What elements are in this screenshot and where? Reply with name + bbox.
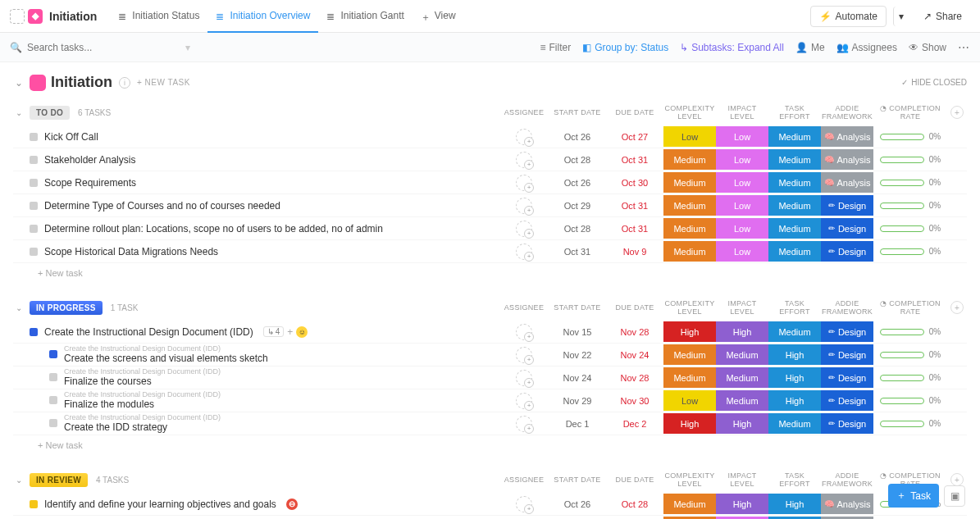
space-icon[interactable]: ◆ [28,9,43,24]
tab-initiation-status[interactable]: ≣Initiation Status [110,0,207,33]
parent-crumb[interactable]: Create the Instructional Design Document… [64,414,221,422]
col-header-start[interactable]: START DATE [549,303,606,312]
start-date[interactable]: Oct 26 [549,132,606,142]
add-subtask-icon[interactable]: + [287,326,293,338]
status-square[interactable] [49,350,57,358]
collapse-chevron-icon[interactable]: ⌄ [13,302,25,313]
addie-tag[interactable]: 🧠Analysis [821,149,873,170]
complexity-tag[interactable]: Medium [663,172,716,193]
assignee-cell[interactable] [499,221,549,237]
status-pill[interactable]: IN REVIEW [30,473,88,487]
due-date[interactable]: Oct 31 [606,201,663,211]
due-date[interactable]: Nov 28 [606,373,663,383]
assignee-cell[interactable] [499,152,549,168]
due-date[interactable]: Oct 27 [606,132,663,142]
start-date[interactable]: Dec 1 [549,419,606,429]
blocked-icon[interactable]: ⊖ [286,499,298,510]
addie-tag[interactable]: ✏Design [821,344,873,365]
col-header-complexity[interactable]: COMPLEXITY LEVEL [663,471,716,488]
effort-tag[interactable]: High [768,367,821,388]
complexity-tag[interactable]: Medium [663,149,716,170]
addie-tag[interactable]: ✏Design [821,218,873,239]
status-square[interactable] [30,202,38,210]
start-date[interactable]: Nov 22 [549,350,606,360]
col-header-addie[interactable]: ADDIE FRAMEWORK [821,299,873,316]
assignee-cell[interactable] [499,347,549,363]
addie-tag[interactable]: ✏Design [821,195,873,216]
col-header-due[interactable]: DUE DATE [606,476,663,484]
col-header-effort[interactable]: TASK EFFORT [768,471,821,488]
tab-initiation-gantt[interactable]: ≣Initiation Gantt [318,0,412,33]
impact-tag[interactable]: High [716,413,768,434]
task-tray-button[interactable]: ▣ [944,485,965,507]
task-row[interactable]: Identify and define your learning object… [13,493,967,516]
due-date[interactable]: Nov 9 [606,247,663,257]
task-name[interactable]: Create the Instructional Design Document… [44,326,253,338]
task-row[interactable]: Scope Historical Data Migrations NeedsOc… [13,240,967,263]
status-square[interactable] [30,225,38,233]
impact-tag[interactable]: High [716,321,768,342]
show-button[interactable]: 👁Show [909,42,946,53]
assignee-cell[interactable] [499,393,549,409]
due-date[interactable]: Oct 31 [606,155,663,165]
effort-tag[interactable]: Medium [768,126,821,147]
tab-view[interactable]: ＋View [413,0,464,33]
impact-tag[interactable]: Low [716,241,768,262]
due-date[interactable]: Oct 28 [606,499,663,509]
col-header-start[interactable]: START DATE [549,476,606,484]
completion-cell[interactable]: 0% [873,247,947,256]
task-name[interactable]: Finalize the courses [64,376,221,387]
task-name[interactable]: Kick Off Call [44,131,98,143]
status-square[interactable] [30,500,38,508]
groupby-button[interactable]: ◧Group by: Status [582,42,668,53]
col-header-due[interactable]: DUE DATE [606,303,663,312]
task-row[interactable]: Kick Off CallOct 26Oct 27LowLowMedium🧠An… [13,125,967,148]
share-button[interactable]: ↗ Share [915,7,970,26]
assignee-cell[interactable] [499,129,549,145]
impact-tag[interactable]: Low [716,126,768,147]
task-name[interactable]: Create the IDD strategy [64,421,221,433]
task-row[interactable]: Create the Instructional Design Document… [13,412,967,435]
completion-cell[interactable]: 0% [873,396,947,405]
completion-cell[interactable]: 0% [873,419,947,428]
add-column[interactable]: + [947,301,967,314]
task-row[interactable]: Determine rollout plan: Locations, scope… [13,217,967,240]
addie-tag[interactable]: 🧠Analysis [821,126,873,147]
info-icon[interactable]: i [119,77,130,89]
complexity-tag[interactable]: High [663,321,716,342]
assignees-button[interactable]: 👥Assignees [836,42,897,53]
automate-chevron[interactable]: ▾ [893,7,909,26]
task-name[interactable]: Determine Type of Courses and no of cour… [44,200,280,212]
collapse-chevron-icon[interactable]: ⌄ [13,107,25,118]
create-task-button[interactable]: ＋ Task [888,484,939,508]
task-row[interactable]: Create the Instructional Design Document… [13,321,967,344]
col-header-assignee[interactable]: ASSIGNEE [499,303,549,312]
search-chevron-icon[interactable]: ▾ [185,42,190,53]
automate-button[interactable]: ⚡ Automate [810,6,887,27]
tab-initiation-overview[interactable]: ≣Initiation Overview [207,0,318,33]
assignee-cell[interactable] [499,175,549,191]
assignee-cell[interactable] [499,370,549,386]
assignee-cell[interactable] [499,416,549,432]
start-date[interactable]: Nov 24 [549,373,606,383]
completion-cell[interactable]: 0% [873,178,947,187]
task-name[interactable]: Scope Historical Data Migrations Needs [44,246,218,257]
status-square[interactable] [49,373,57,381]
impact-tag[interactable]: Medium [716,367,768,388]
effort-tag[interactable]: Medium [768,195,821,216]
task-name[interactable]: Scope Requirements [44,177,136,189]
completion-cell[interactable]: 0% [873,132,947,141]
impact-tag[interactable]: Low [716,172,768,193]
effort-tag[interactable]: Medium [768,241,821,262]
task-row[interactable]: Create the Instructional Design Document… [13,389,967,412]
col-header-complexity[interactable]: COMPLEXITY LEVEL [663,104,716,121]
effort-tag[interactable]: High [768,494,821,514]
col-header-impact[interactable]: IMPACT LEVEL [716,471,768,488]
due-date[interactable]: Nov 24 [606,350,663,360]
completion-cell[interactable]: 0% [873,201,947,210]
task-row[interactable]: Create the Instructional Design Document… [13,344,967,366]
reaction-icon[interactable]: ☺ [296,326,308,338]
due-date[interactable]: Dec 2 [606,419,663,429]
impact-tag[interactable]: Low [716,218,768,239]
task-row[interactable]: Stakeholder AnalysisOct 28Oct 31MediumLo… [13,148,967,171]
